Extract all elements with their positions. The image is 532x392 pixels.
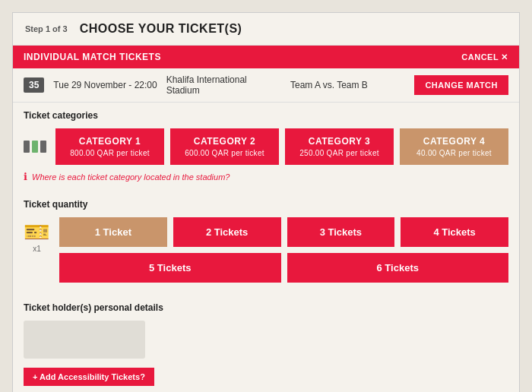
ticket-icon: 🎫 xyxy=(24,222,50,243)
step1-title: CHOOSE YOUR TICKET(S) xyxy=(80,22,242,36)
imt-header-bar: INDIVIDUAL MATCH TICKETS CANCEL ✕ xyxy=(13,46,519,68)
match-row: 35 Tue 29 November - 22:00 Khalifa Inter… xyxy=(13,68,519,103)
category-4-button[interactable]: CATEGORY 4 40.00 QAR per ticket xyxy=(400,128,508,165)
qty-1-button[interactable]: 1 Ticket xyxy=(59,217,167,247)
step1-label: Step 1 of 3 xyxy=(25,24,68,33)
quantity-grid: 1 Ticket 2 Tickets 3 Tickets 4 Tickets 5… xyxy=(59,217,508,289)
cancel-button[interactable]: CANCEL ✕ xyxy=(461,52,508,62)
step1-container: Step 1 of 3 CHOOSE YOUR TICKET(S) INDIVI… xyxy=(12,12,520,392)
stadium-block-active xyxy=(32,141,38,153)
qty-row-1: 1 Ticket 2 Tickets 3 Tickets 4 Tickets xyxy=(59,217,508,247)
ticket-icon-area: 🎫 x1 xyxy=(24,217,50,253)
holder-section: Ticket holder(s) personal details xyxy=(13,296,519,363)
categories-title: Ticket categories xyxy=(24,110,508,121)
holder-card xyxy=(24,321,145,359)
stadium-diagram xyxy=(24,141,46,153)
category-2-button[interactable]: CATEGORY 2 600.00 QAR per ticket xyxy=(170,128,279,165)
cat3-name: CATEGORY 3 xyxy=(291,136,388,147)
info-row: ℹ Where is each ticket category located … xyxy=(24,171,508,182)
step1-header: Step 1 of 3 CHOOSE YOUR TICKET(S) xyxy=(13,13,519,46)
cat4-price: 40.00 QAR per ticket xyxy=(406,149,502,157)
cat2-name: CATEGORY 2 xyxy=(176,136,273,147)
qty-4-button[interactable]: 4 Tickets xyxy=(401,217,508,247)
category-1-button[interactable]: CATEGORY 1 800.00 QAR per ticket xyxy=(55,128,164,165)
imt-label: INDIVIDUAL MATCH TICKETS xyxy=(24,52,161,62)
categories-row: CATEGORY 1 800.00 QAR per ticket CATEGOR… xyxy=(24,128,508,165)
quantity-title: Ticket quantity xyxy=(24,199,508,210)
cat3-price: 250.00 QAR per ticket xyxy=(291,149,388,157)
cat2-price: 600.00 QAR per ticket xyxy=(176,149,273,157)
category-3-button[interactable]: CATEGORY 3 250.00 QAR per ticket xyxy=(285,128,394,165)
accessibility-button[interactable]: + Add Accessibility Tickets? xyxy=(24,368,154,386)
holder-title: Ticket holder(s) personal details xyxy=(24,302,508,313)
info-icon: ℹ xyxy=(24,171,27,182)
qty-5-button[interactable]: 5 Tickets xyxy=(59,253,281,283)
info-text[interactable]: Where is each ticket category located in… xyxy=(32,172,230,182)
match-stadium: Khalifa International Stadium xyxy=(166,74,281,96)
ticket-quantity-section: Ticket quantity 🎫 x1 1 Ticket 2 Tickets … xyxy=(13,191,519,296)
match-date: Tue 29 November - 22:00 xyxy=(53,80,157,90)
step1-body: INDIVIDUAL MATCH TICKETS CANCEL ✕ 35 Tue… xyxy=(13,46,519,392)
ticket-count-label: x1 xyxy=(33,245,41,253)
match-teams: Team A vs. Team B xyxy=(290,80,405,90)
quantity-row: 🎫 x1 1 Ticket 2 Tickets 3 Tickets 4 Tick… xyxy=(24,217,508,289)
qty-6-button[interactable]: 6 Tickets xyxy=(287,253,509,283)
accessibility-row: + Add Accessibility Tickets? xyxy=(13,363,519,392)
cat1-name: CATEGORY 1 xyxy=(62,136,158,147)
cat1-price: 800.00 QAR per ticket xyxy=(62,149,158,157)
match-number: 35 xyxy=(24,77,44,93)
qty-3-button[interactable]: 3 Tickets xyxy=(287,217,395,247)
qty-2-button[interactable]: 2 Tickets xyxy=(173,217,281,247)
change-match-button[interactable]: CHANGE MATCH xyxy=(414,75,508,95)
ticket-categories-section: Ticket categories CATEGORY 1 800.00 QAR … xyxy=(13,103,519,191)
stadium-block-right xyxy=(40,141,46,153)
qty-row-2: 5 Tickets 6 Tickets xyxy=(59,253,508,283)
stadium-block-left xyxy=(24,141,30,153)
cat4-name: CATEGORY 4 xyxy=(406,136,502,147)
